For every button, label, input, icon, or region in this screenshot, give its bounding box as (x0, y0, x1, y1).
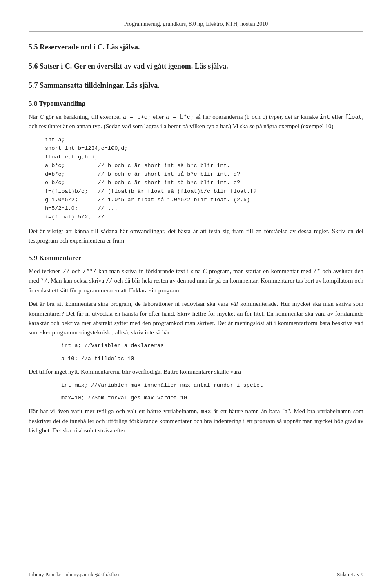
footer-left: Johnny Panrike, johnny.panrike@sth.kth.s… (29, 570, 121, 579)
section-59-para1: Med tecknen // och /**/ kan man skriva i… (29, 267, 363, 296)
section-58-heading: 5.8 Typomvandling (29, 98, 363, 109)
code-block-58: int a; short int b=1234,c=100,d; float e… (45, 136, 363, 221)
page-footer: Johnny Panrike, johnny.panrike@sth.kth.s… (29, 568, 363, 579)
code-bad1: int a; //Variablen a deklareras (61, 341, 363, 350)
section-59-para3: Det tillför inget nytt. Kommentarerna bl… (29, 367, 363, 376)
section-58-para2: Det är viktigt att känna till sådana här… (29, 227, 363, 246)
page-header: Programmering, grundkurs, 8.0 hp, Elektr… (29, 20, 363, 32)
section-58-para1: När C gör en beräkning, till exempel a =… (29, 112, 363, 131)
section-56-heading: 5.6 Satser i C. Ger en översikt av vad v… (29, 61, 363, 72)
header-title: Programmering, grundkurs, 8.0 hp, Elektr… (124, 21, 268, 27)
section-57-heading: 5.7 Sammansatta tilldelningar. Läs själv… (29, 80, 363, 91)
footer-right: Sidan 4 av 9 (337, 570, 363, 579)
code-good1: int max; //Variablen max innehåller max … (61, 381, 363, 390)
code-good2: max=10; //Som förval ges max värdet 10. (61, 394, 363, 403)
section-59-para4: Här har vi även varit mer tydliga och va… (29, 407, 363, 435)
section-55-heading: 5.5 Reserverade ord i C. Läs själva. (29, 42, 363, 53)
code-bad2: a=10; //a tilldelas 10 (61, 354, 363, 363)
section-59-heading: 5.9 Kommentarer (29, 253, 363, 263)
section-59-para2: Det är bra att kommentera sina program, … (29, 299, 363, 337)
